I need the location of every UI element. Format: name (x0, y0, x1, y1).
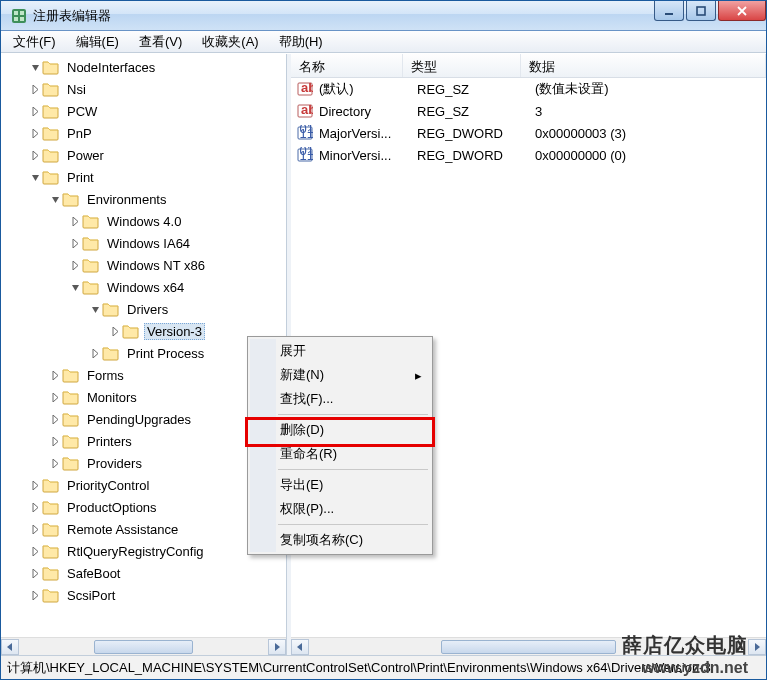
tree-item[interactable]: Drivers (1, 298, 286, 320)
tree-item[interactable]: PnP (1, 122, 286, 144)
menu-permissions[interactable]: 权限(P)... (250, 497, 430, 521)
tree-item[interactable]: PendingUpgrades (1, 408, 286, 430)
expand-icon[interactable] (89, 347, 101, 359)
expand-icon[interactable] (29, 589, 41, 601)
scroll-right-button[interactable] (748, 639, 766, 655)
values-hscrollbar[interactable] (291, 637, 766, 655)
value-name: (默认) (319, 80, 354, 98)
collapse-icon[interactable] (69, 281, 81, 293)
tree-item[interactable]: NodeInterfaces (1, 56, 286, 78)
tree-item-label: Windows IA64 (104, 235, 193, 252)
tree-item-label: Environments (84, 191, 169, 208)
value-name: MajorVersi... (319, 126, 391, 141)
expand-icon[interactable] (29, 105, 41, 117)
tree-item[interactable]: Providers (1, 452, 286, 474)
tree-item[interactable]: PriorityControl (1, 474, 286, 496)
tree-item[interactable]: Print (1, 166, 286, 188)
col-type[interactable]: 类型 (403, 54, 521, 77)
scroll-left-button[interactable] (1, 639, 19, 655)
menu-view[interactable]: 查看(V) (131, 31, 190, 53)
tree-item[interactable]: Nsi (1, 78, 286, 100)
expand-icon[interactable] (29, 149, 41, 161)
close-button[interactable] (718, 1, 766, 21)
tree-item[interactable]: PCW (1, 100, 286, 122)
tree-item[interactable]: Power (1, 144, 286, 166)
tree-item[interactable]: ScsiPort (1, 584, 286, 606)
expand-icon[interactable] (49, 413, 61, 425)
menu-file[interactable]: 文件(F) (5, 31, 64, 53)
maximize-button[interactable] (686, 1, 716, 21)
tree-hscrollbar[interactable] (1, 637, 286, 655)
expand-icon[interactable] (49, 391, 61, 403)
tree-item-label: Print Process (124, 345, 207, 362)
expand-icon[interactable] (29, 83, 41, 95)
menu-new[interactable]: 新建(N)▸ (250, 363, 430, 387)
menu-edit[interactable]: 编辑(E) (68, 31, 127, 53)
expand-icon[interactable] (109, 325, 121, 337)
menu-favorites[interactable]: 收藏夹(A) (194, 31, 266, 53)
expand-icon[interactable] (29, 523, 41, 535)
value-row[interactable]: MajorVersi...REG_DWORD0x00000003 (3) (291, 122, 766, 144)
expand-icon[interactable] (29, 127, 41, 139)
tree-item-label: PendingUpgrades (84, 411, 194, 428)
titlebar[interactable]: 注册表编辑器 (1, 1, 766, 31)
collapse-icon[interactable] (29, 171, 41, 183)
scroll-left-button[interactable] (291, 639, 309, 655)
menu-expand[interactable]: 展开 (250, 339, 430, 363)
menu-separator (278, 414, 428, 415)
tree-item[interactable]: Windows x64 (1, 276, 286, 298)
tree-item[interactable]: SafeBoot (1, 562, 286, 584)
menu-new-label: 新建(N) (280, 366, 324, 384)
tree-item-label: Forms (84, 367, 127, 384)
tree-item[interactable]: RtlQueryRegistryConfig (1, 540, 286, 562)
expand-icon[interactable] (29, 479, 41, 491)
tree-item-label: Windows NT x86 (104, 257, 208, 274)
menu-export[interactable]: 导出(E) (250, 473, 430, 497)
tree-item[interactable]: Remote Assistance (1, 518, 286, 540)
scroll-right-button[interactable] (268, 639, 286, 655)
tree-item-label: Windows x64 (104, 279, 187, 296)
collapse-icon[interactable] (49, 193, 61, 205)
menubar: 文件(F) 编辑(E) 查看(V) 收藏夹(A) 帮助(H) (1, 31, 766, 53)
tree-item[interactable]: Printers (1, 430, 286, 452)
expand-icon[interactable] (49, 457, 61, 469)
value-row[interactable]: (默认)REG_SZ(数值未设置) (291, 78, 766, 100)
collapse-icon[interactable] (89, 303, 101, 315)
registry-tree[interactable]: NodeInterfacesNsiPCWPnPPowerPrintEnviron… (1, 54, 286, 637)
menu-rename[interactable]: 重命名(R) (250, 442, 430, 466)
expand-icon[interactable] (69, 215, 81, 227)
window-title: 注册表编辑器 (33, 7, 762, 25)
value-row[interactable]: MinorVersi...REG_DWORD0x00000000 (0) (291, 144, 766, 166)
expand-icon[interactable] (29, 501, 41, 513)
value-row[interactable]: DirectoryREG_SZ3 (291, 100, 766, 122)
expand-icon[interactable] (49, 435, 61, 447)
tree-item[interactable]: Windows IA64 (1, 232, 286, 254)
menu-delete[interactable]: 删除(D) (250, 418, 430, 442)
tree-pane: NodeInterfacesNsiPCWPnPPowerPrintEnviron… (1, 54, 287, 655)
collapse-icon[interactable] (29, 61, 41, 73)
column-header[interactable]: 名称 类型 数据 (291, 54, 766, 78)
tree-item[interactable]: Windows NT x86 (1, 254, 286, 276)
tree-item-label: RtlQueryRegistryConfig (64, 543, 207, 560)
col-data[interactable]: 数据 (521, 54, 766, 77)
menu-find[interactable]: 查找(F)... (250, 387, 430, 411)
col-name[interactable]: 名称 (291, 54, 403, 77)
tree-item[interactable]: Windows 4.0 (1, 210, 286, 232)
tree-item[interactable]: Monitors (1, 386, 286, 408)
menu-help[interactable]: 帮助(H) (271, 31, 331, 53)
tree-item[interactable]: Version-3 (1, 320, 286, 342)
minimize-button[interactable] (654, 1, 684, 21)
menu-copy-key-name[interactable]: 复制项名称(C) (250, 528, 430, 552)
tree-item[interactable]: ProductOptions (1, 496, 286, 518)
expand-icon[interactable] (69, 259, 81, 271)
tree-item[interactable]: Print Process (1, 342, 286, 364)
tree-item-label: Nsi (64, 81, 89, 98)
tree-item[interactable]: Forms (1, 364, 286, 386)
context-menu: 展开 新建(N)▸ 查找(F)... 删除(D) 重命名(R) 导出(E) 权限… (247, 336, 433, 555)
tree-item[interactable]: Environments (1, 188, 286, 210)
expand-icon[interactable] (29, 567, 41, 579)
value-data: 0x00000000 (0) (527, 148, 766, 163)
expand-icon[interactable] (69, 237, 81, 249)
expand-icon[interactable] (29, 545, 41, 557)
expand-icon[interactable] (49, 369, 61, 381)
